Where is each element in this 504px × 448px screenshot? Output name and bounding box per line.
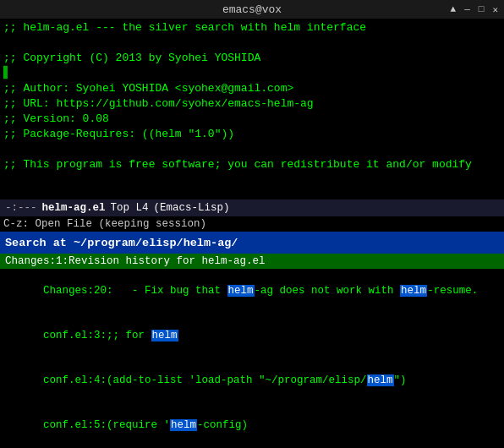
title-bar: emacs@vox ▲ — □ ✕ [0, 0, 504, 19]
minimize-button[interactable]: ▲ [448, 4, 459, 15]
mode-line-filename: helm-ag.el [42, 202, 106, 214]
helm-header-text: Search at ~/program/elisp/helm-ag/ [5, 237, 238, 249]
result-text: -config) [197, 419, 248, 431]
close-button[interactable]: ✕ [490, 4, 501, 15]
editor-line: ;; Copyright (C) 2013 by Syohei YOSHIDA [3, 51, 501, 66]
result-text: Changes:20: - Fix bug that [43, 285, 227, 297]
list-item[interactable]: Changes:20: - Fix bug that helm-ag does … [0, 269, 504, 314]
editor-line: ;; This program is free software; you ca… [3, 157, 501, 172]
result-text: ") [394, 374, 407, 386]
list-item[interactable]: conf.el:3:;; for helm [0, 314, 504, 358]
list-item[interactable]: conf.el:5:(require 'helm-config) [0, 403, 504, 448]
helm-source-header-text: Changes:1:Revision history for helm-ag.e… [5, 255, 266, 267]
restore-button[interactable]: □ [476, 4, 487, 15]
mode-line-mode: (Emacs-Lisp) [154, 202, 230, 214]
window-controls[interactable]: ▲ — □ ✕ [448, 4, 501, 15]
editor-area: ;; helm-ag.el --- the silver search with… [0, 19, 504, 199]
editor-line: ;; helm-ag.el --- the silver search with… [3, 20, 501, 36]
result-text: conf.el:5:(require ' [43, 419, 170, 431]
window-title: emacs@vox [222, 3, 282, 16]
helm-source-header: Changes:1:Revision history for helm-ag.e… [0, 254, 504, 269]
editor-line [3, 142, 501, 157]
helm-header: Search at ~/program/elisp/helm-ag/ [0, 232, 504, 254]
highlight: helm [227, 285, 255, 297]
mode-line: -:--- helm-ag.el Top L4 (Emacs-Lisp) [0, 199, 504, 216]
editor-line [3, 36, 501, 51]
editor-line: ;; Package-Requires: ((helm "1.0")) [3, 127, 501, 142]
highlight: helm [151, 330, 178, 341]
mini-buffer: C-z: Open File (keeping session) [0, 216, 504, 232]
mode-line-position: Top L4 [111, 202, 149, 214]
highlight: helm [367, 374, 394, 386]
result-text: conf.el:3:;; for [43, 330, 151, 341]
helm-results: Changes:20: - Fix bug that helm-ag does … [0, 269, 504, 448]
editor-line: ;; URL: https://github.com/syohex/emacs-… [3, 96, 501, 112]
helm-area[interactable]: Search at ~/program/elisp/helm-ag/ Chang… [0, 232, 504, 448]
editor-line: ▋ [3, 66, 501, 81]
highlight: helm [170, 419, 197, 431]
result-text: -ag does not work with [255, 285, 401, 297]
highlight: helm [400, 285, 427, 297]
editor-line: ;; Author: Syohei YOSHIDA <syohex@gmail.… [3, 81, 501, 96]
mini-buffer-text: C-z: Open File (keeping session) [3, 218, 206, 230]
maximize-button[interactable]: — [462, 4, 473, 15]
mode-line-dashes: -:--- [5, 202, 37, 214]
result-text: conf.el:4:(add-to-list 'load-path "~/pro… [43, 374, 367, 386]
result-text: -resume. [427, 285, 478, 297]
list-item[interactable]: conf.el:4:(add-to-list 'load-path "~/pro… [0, 358, 504, 403]
editor-line: ;; Version: 0.08 [3, 112, 501, 127]
